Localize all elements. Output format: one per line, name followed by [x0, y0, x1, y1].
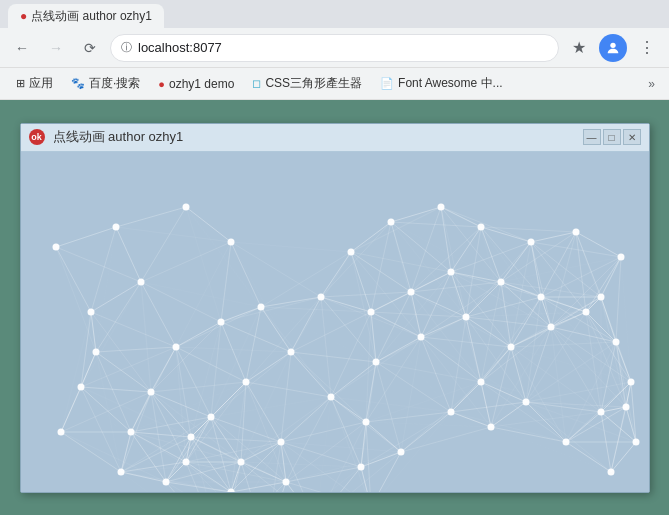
- apps-icon: ⊞: [16, 77, 25, 90]
- animation-canvas: [21, 152, 649, 492]
- refresh-button[interactable]: ⟳: [76, 34, 104, 62]
- minimize-button[interactable]: —: [583, 129, 601, 145]
- bookmark-apps[interactable]: ⊞ 应用: [8, 71, 61, 96]
- canvas-area: [21, 152, 649, 492]
- tab-area: ● 点线动画 author ozhy1: [8, 0, 164, 28]
- address-bar[interactable]: ⓘ localhost:8077: [110, 34, 559, 62]
- lock-icon: ⓘ: [121, 40, 132, 55]
- bookmark-baidu[interactable]: 🐾 百度·搜索: [63, 71, 148, 96]
- bookmark-apps-label: 应用: [29, 75, 53, 92]
- bookmark-fontawesome[interactable]: 📄 Font Awesome 中...: [372, 71, 511, 96]
- bookmarks-more-button[interactable]: »: [642, 73, 661, 95]
- title-bar: ● 点线动画 author ozhy1: [0, 0, 669, 28]
- baidu-icon: 🐾: [71, 77, 85, 90]
- app-window-title: 点线动画 author ozhy1: [53, 128, 583, 146]
- maximize-button[interactable]: □: [603, 129, 621, 145]
- bookmark-baidu-label: 百度·搜索: [89, 75, 140, 92]
- bookmark-star-button[interactable]: ★: [565, 34, 593, 62]
- tab-title: 点线动画 author ozhy1: [31, 8, 152, 25]
- fontawesome-icon: 📄: [380, 77, 394, 90]
- ozhy1-icon: ●: [158, 78, 165, 90]
- back-button[interactable]: ←: [8, 34, 36, 62]
- browser-frame: ● 点线动画 author ozhy1 ← → ⟳ ⓘ localhost:80…: [0, 0, 669, 515]
- css-icon: ◻: [252, 77, 261, 90]
- tab-favicon: ●: [20, 9, 27, 23]
- app-title-bar: ok 点线动画 author ozhy1 — □ ✕: [21, 124, 649, 152]
- svg-point-0: [610, 42, 615, 47]
- close-button[interactable]: ✕: [623, 129, 641, 145]
- account-button[interactable]: [599, 34, 627, 62]
- window-controls: — □ ✕: [583, 129, 641, 145]
- bookmarks-bar: ⊞ 应用 🐾 百度·搜索 ● ozhy1 demo ◻ CSS三角形產生器 📄 …: [0, 68, 669, 100]
- bookmark-css-label: CSS三角形產生器: [265, 75, 362, 92]
- bookmark-css[interactable]: ◻ CSS三角形產生器: [244, 71, 370, 96]
- app-icon: ok: [29, 129, 45, 145]
- active-tab[interactable]: ● 点线动画 author ozhy1: [8, 4, 164, 28]
- app-window: ok 点线动画 author ozhy1 — □ ✕: [20, 123, 650, 493]
- bookmark-fontawesome-label: Font Awesome 中...: [398, 75, 503, 92]
- content-area: ok 点线动画 author ozhy1 — □ ✕: [0, 100, 669, 515]
- forward-button[interactable]: →: [42, 34, 70, 62]
- chrome-menu-button[interactable]: ⋮: [633, 34, 661, 62]
- nav-bar: ← → ⟳ ⓘ localhost:8077 ★ ⋮: [0, 28, 669, 68]
- url-text: localhost:8077: [138, 40, 548, 55]
- bookmark-ozhy1-label: ozhy1 demo: [169, 77, 234, 91]
- bookmark-ozhy1[interactable]: ● ozhy1 demo: [150, 73, 242, 95]
